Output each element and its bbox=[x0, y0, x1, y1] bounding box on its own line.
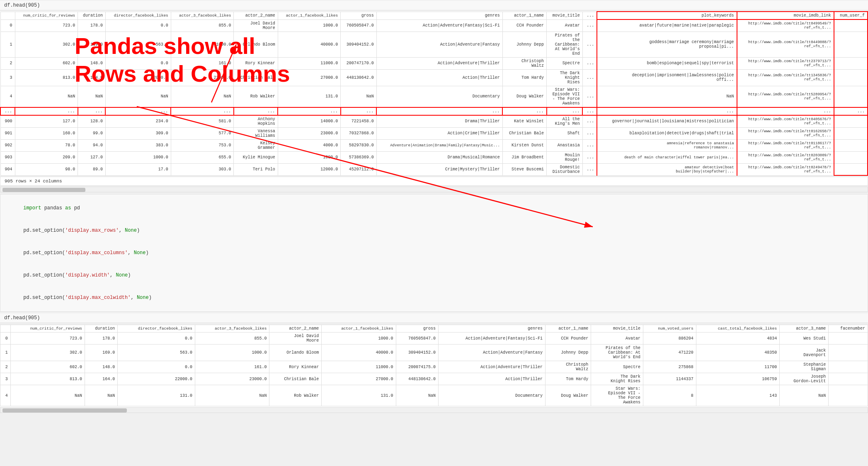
cell-b: 11000.0 bbox=[322, 361, 396, 373]
cell: 17.0 bbox=[105, 163, 171, 175]
col-header-act3-fb-b: actor_3_facebook_likes bbox=[195, 325, 269, 333]
cell-b: 855.0 bbox=[195, 333, 269, 345]
ellipsis-row: ... ... ... ... ... ... ... ... ... ... … bbox=[0, 107, 868, 115]
cell-b: Doug Walker bbox=[546, 385, 591, 406]
cell: goddess|marriage ceremony|marriagepropos… bbox=[597, 32, 737, 57]
cell: 209.0 bbox=[15, 151, 78, 163]
h-scrollbar-bottom[interactable] bbox=[0, 407, 868, 413]
col-header-num-user: num_user_f bbox=[834, 12, 868, 19]
table-row: 1 302.0 169.0 563.0 1000.0 Orlando Bloom… bbox=[0, 32, 868, 57]
cell: Avatar bbox=[547, 19, 583, 32]
row-count-top: 905 rows × 24 columns bbox=[0, 177, 868, 186]
col-header-index-b bbox=[0, 325, 11, 333]
cell: http://www.imdb.com/title/tt1345836/?ref… bbox=[737, 69, 834, 86]
cell-b: 200074175.0 bbox=[396, 361, 438, 373]
code-cell: import pandas as pd pd.set_option('displ… bbox=[0, 194, 868, 312]
cell: 131.0 bbox=[278, 86, 341, 107]
cell bbox=[834, 163, 868, 175]
cell-b: 22000.0 bbox=[118, 373, 195, 385]
cell: 563.0 bbox=[105, 32, 171, 57]
cell-b: 302.0 bbox=[10, 345, 85, 361]
cell: http://www.imdb.com/title/tt5289954/?ref… bbox=[737, 86, 834, 107]
cell: 303.0 bbox=[171, 163, 234, 175]
cell-b: 471220 bbox=[643, 345, 696, 361]
cell-b: Documentary bbox=[439, 385, 546, 406]
col-header-ellipsis: ... bbox=[582, 12, 597, 19]
cell-b: 275868 bbox=[643, 361, 696, 373]
col-header-act1-fb-b: actor_1_facebook_likes bbox=[322, 325, 396, 333]
cell: 234.0 bbox=[105, 115, 171, 128]
table-row: 2 602.0 148.0 0.0 161.0 Rory Kinnear 110… bbox=[0, 57, 868, 69]
cell: ... bbox=[502, 107, 546, 115]
close2: ) bbox=[146, 250, 149, 256]
cell-b: 0.0 bbox=[118, 333, 195, 345]
cell-b text-cell: The DarkKnight Rises bbox=[591, 373, 643, 385]
cell: Spectre bbox=[547, 57, 583, 69]
cell-b: 131.0 bbox=[322, 385, 396, 406]
table-row: 2 602.0 148.0 0.0 161.0 Rory Kinnear 110… bbox=[0, 361, 868, 373]
cell: http://www.imdb.com/title/tt0162650/?ref… bbox=[737, 127, 834, 139]
cell bbox=[834, 127, 868, 139]
cell: NaN bbox=[78, 86, 106, 107]
cell: 12000.0 bbox=[278, 163, 341, 175]
code-comma3: , bbox=[110, 272, 116, 278]
cell text-cell: ChristophWaltz bbox=[502, 57, 546, 69]
col-header-facenumber-b: facenumber bbox=[829, 325, 868, 333]
col-header-genres-b: genres bbox=[439, 325, 546, 333]
col-header-num-voted-b: num_voted_users bbox=[643, 325, 696, 333]
cell: 23000.0 bbox=[171, 69, 234, 86]
cell: Adventure|Animation|Drama|Family|Fantasy… bbox=[376, 139, 502, 151]
col-header-act1-name: actor_1_name bbox=[502, 12, 546, 19]
cell: 855.0 bbox=[171, 19, 234, 32]
cell-b: 4834 bbox=[696, 333, 780, 345]
cell: 1000.0 bbox=[278, 151, 341, 163]
cell: ... bbox=[582, 127, 597, 139]
cell: Shaft bbox=[547, 127, 583, 139]
cell-b: 563.0 bbox=[118, 345, 195, 361]
cell text-cell: The DarkKnightRises bbox=[547, 69, 583, 86]
cell: Action|Adventure|Fantasy bbox=[376, 32, 502, 57]
cell-b: 760505847.0 bbox=[396, 333, 438, 345]
cell: NaN bbox=[171, 86, 234, 107]
cell: Johnny Depp bbox=[502, 32, 546, 57]
keyword-as: as bbox=[65, 205, 74, 211]
cell-b text-cell: StephanieSigman bbox=[780, 361, 829, 373]
scrollbar-thumb-top[interactable] bbox=[2, 188, 85, 192]
code-line-4: pd.set_option('display.max_colwidth', No… bbox=[5, 286, 863, 309]
cell: http://www.imdb.com/title/tt0405676/?ref… bbox=[737, 115, 834, 128]
cell-b: 886204 bbox=[643, 333, 696, 345]
scrollbar-thumb-bottom[interactable] bbox=[2, 408, 127, 413]
cell: 4000.0 bbox=[278, 139, 341, 151]
row-idx: 4 bbox=[0, 86, 15, 107]
cell: 581.0 bbox=[171, 115, 234, 128]
cell: death of main character|eiffel tower par… bbox=[597, 151, 737, 163]
col-header-genres: genres bbox=[376, 12, 502, 19]
h-scrollbar-top[interactable] bbox=[0, 187, 868, 192]
cell: 1000.0 bbox=[105, 151, 171, 163]
cell-b: 309404152.0 bbox=[396, 345, 438, 361]
top-dataframe-container[interactable]: num_critic_for_reviews duration director… bbox=[0, 11, 868, 176]
cell: ... bbox=[15, 107, 78, 115]
cell: Drama|Musical|Romance bbox=[376, 151, 502, 163]
code-line-import: import pandas as pd bbox=[5, 197, 863, 219]
cell: 383.0 bbox=[105, 139, 171, 151]
cell: ... bbox=[171, 107, 234, 115]
cell text-cell: AnthonyHopkins bbox=[234, 115, 278, 128]
cell-b: NaN bbox=[195, 385, 269, 406]
cell-b: 164.0 bbox=[85, 373, 118, 385]
code-comma2: , bbox=[128, 250, 133, 256]
cell-b: 161.0 bbox=[195, 361, 269, 373]
bottom-dataframe-container[interactable]: num_critic_for_reviews duration director… bbox=[0, 325, 868, 406]
cell: governor|journalist|louisiana|mistress|p… bbox=[597, 115, 737, 128]
cell text-cell: Kylie Minogue bbox=[234, 151, 278, 163]
col-header-dir-fb: director_facebook_likes bbox=[105, 12, 171, 19]
row-idx-b: 0 bbox=[0, 333, 11, 345]
code-line-3: pd.set_option('display.width', None) bbox=[5, 264, 863, 286]
cell: CCH Pounder bbox=[502, 19, 546, 32]
cell-b: 143 bbox=[696, 385, 780, 406]
table-row: 0 723.0 178.0 0.0 855.0 Joel DavidMoore … bbox=[0, 19, 868, 32]
none-3: None bbox=[116, 272, 128, 278]
cell-b: Action|Adventure|Fantasy|Sci-Fi bbox=[439, 333, 546, 345]
cell-b: 0.0 bbox=[118, 361, 195, 373]
cell: 99.0 bbox=[78, 127, 106, 139]
